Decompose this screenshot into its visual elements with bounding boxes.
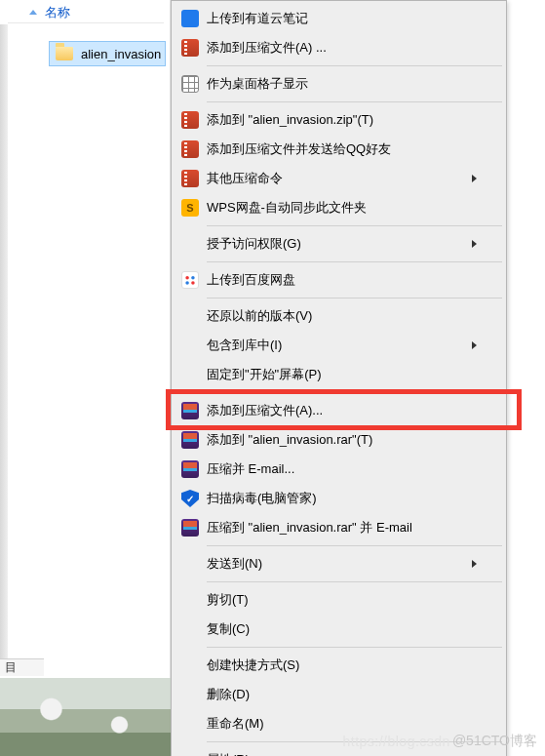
menu-item[interactable]: 固定到"开始"屏幕(P) — [174, 360, 504, 389]
menu-item-label: WPS网盘-自动同步此文件夹 — [207, 199, 477, 217]
menu-item-label: 添加到压缩文件并发送给QQ好友 — [207, 140, 477, 158]
menu-item[interactable]: 作为桌面格子显示 — [174, 69, 504, 99]
menu-item-label: 添加到 "alien_invasion.rar"(T) — [207, 431, 477, 449]
menu-item-label: 上传到有道云笔记 — [207, 10, 477, 27]
svg-point-1 — [191, 276, 195, 280]
submenu-arrow-icon — [472, 175, 477, 182]
menu-separator — [207, 65, 502, 66]
svg-point-2 — [185, 281, 189, 285]
menu-item-label: 授予访问权限(G) — [207, 235, 472, 253]
menu-item[interactable]: 添加到压缩文件(A)... — [174, 396, 504, 425]
menu-item[interactable]: 复制(C) — [174, 615, 504, 644]
rar-icon — [181, 431, 199, 449]
menu-item-label: 添加到压缩文件(A) ... — [207, 39, 477, 57]
zip-icon — [181, 140, 199, 158]
preview-thumbnail — [0, 678, 171, 756]
menu-item[interactable]: 还原以前的版本(V) — [174, 301, 504, 331]
svg-point-0 — [185, 276, 189, 280]
submenu-arrow-icon — [472, 240, 477, 248]
menu-item[interactable]: 上传到有道云笔记 — [174, 4, 504, 33]
menu-separator — [207, 101, 502, 102]
menu-item-label: 添加到 "alien_invasion.zip"(T) — [207, 111, 477, 129]
menu-item[interactable]: 创建快捷方式(S) — [174, 651, 504, 680]
menu-item-label: 添加到压缩文件(A)... — [207, 402, 477, 419]
rar-icon — [181, 460, 199, 478]
rar-icon — [181, 402, 199, 419]
context-menu: 上传到有道云笔记添加到压缩文件(A) ...作为桌面格子显示添加到 "alien… — [171, 0, 507, 756]
menu-item-label: 固定到"开始"屏幕(P) — [207, 366, 477, 383]
menu-item[interactable]: 授予访问权限(G) — [174, 229, 504, 259]
submenu-arrow-icon — [472, 560, 477, 568]
watermark-text: @51CTO博客 — [452, 733, 537, 750]
menu-item[interactable]: 压缩并 E-mail... — [174, 455, 504, 484]
menu-separator — [207, 298, 502, 298]
zip-icon — [181, 39, 199, 57]
explorer-pane — [0, 0, 171, 756]
menu-item[interactable]: 添加到压缩文件(A) ... — [174, 33, 504, 62]
folder-label: alien_invasion — [81, 47, 161, 61]
menu-separator — [207, 392, 502, 393]
menu-item-label: 上传到百度网盘 — [207, 271, 477, 289]
shield-icon — [181, 490, 199, 507]
svg-point-3 — [191, 281, 195, 285]
menu-item[interactable]: WPS网盘-自动同步此文件夹 — [174, 193, 504, 222]
menu-item-label: 作为桌面格子显示 — [207, 75, 477, 93]
zip-icon — [181, 170, 199, 187]
watermark-faint: https://blog.csdn — [342, 734, 449, 749]
menu-item-label: 包含到库中(I) — [207, 337, 472, 354]
menu-item[interactable]: 包含到库中(I) — [174, 331, 504, 360]
menu-separator — [207, 261, 502, 262]
status-label: 目 — [0, 658, 44, 676]
menu-item[interactable]: 添加到 "alien_invasion.rar"(T) — [174, 425, 504, 455]
menu-item-label: 剪切(T) — [207, 591, 477, 609]
zip-icon — [181, 111, 199, 129]
menu-item-label: 还原以前的版本(V) — [207, 307, 477, 325]
note-icon — [181, 10, 199, 27]
scrollbar[interactable] — [0, 24, 8, 658]
menu-separator — [207, 225, 502, 226]
menu-item-label: 删除(D) — [207, 686, 477, 703]
menu-item[interactable]: 其他压缩命令 — [174, 164, 504, 193]
menu-item[interactable]: 删除(D) — [174, 680, 504, 709]
menu-separator — [207, 581, 502, 582]
menu-item[interactable]: 上传到百度网盘 — [174, 265, 504, 295]
wps-icon — [181, 199, 199, 217]
menu-item-label: 其他压缩命令 — [207, 170, 472, 187]
submenu-arrow-icon — [472, 341, 477, 349]
menu-item-label: 扫描病毒(电脑管家) — [207, 490, 477, 507]
menu-item[interactable]: 添加到 "alien_invasion.zip"(T) — [174, 105, 504, 135]
menu-item[interactable]: 扫描病毒(电脑管家) — [174, 484, 504, 513]
menu-separator — [207, 545, 502, 546]
folder-icon — [56, 47, 73, 60]
grid-icon — [181, 75, 199, 93]
menu-item-label: 创建快捷方式(S) — [207, 657, 477, 674]
menu-item[interactable]: 压缩到 "alien_invasion.rar" 并 E-mail — [174, 513, 504, 542]
rar-icon — [181, 519, 199, 537]
menu-item-label: 发送到(N) — [207, 555, 472, 573]
watermark: https://blog.csdn @51CTO博客 — [342, 733, 537, 750]
menu-item[interactable]: 剪切(T) — [174, 585, 504, 615]
menu-item-label: 重命名(M) — [207, 715, 477, 733]
column-header-label: 名称 — [45, 4, 70, 21]
menu-item-label: 压缩到 "alien_invasion.rar" 并 E-mail — [207, 519, 477, 537]
baidu-icon — [181, 271, 199, 289]
menu-item-label: 复制(C) — [207, 620, 477, 638]
menu-item-label: 压缩并 E-mail... — [207, 460, 477, 478]
folder-row-selected[interactable]: alien_invasion — [49, 41, 166, 66]
menu-item[interactable]: 发送到(N) — [174, 549, 504, 578]
menu-item-label: 属性(R) — [207, 751, 477, 756]
menu-item[interactable]: 添加到压缩文件并发送给QQ好友 — [174, 135, 504, 164]
menu-separator — [207, 647, 502, 648]
column-header-name[interactable]: 名称 — [8, 2, 164, 23]
